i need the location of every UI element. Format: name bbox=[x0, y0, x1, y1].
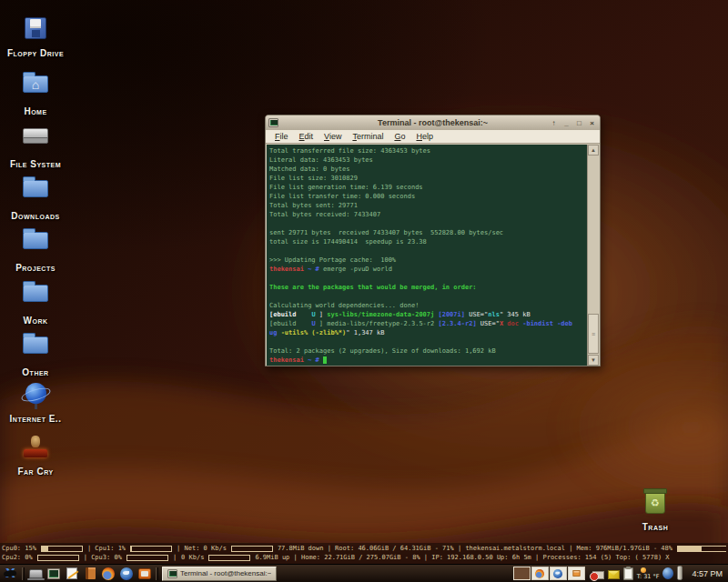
desktop-icon-internet-e-[interactable]: Internet E.. bbox=[5, 381, 66, 424]
thunderbird-icon bbox=[120, 567, 133, 580]
terminal-line: thekensai ~ # bbox=[269, 356, 584, 365]
maximize-button[interactable]: □ bbox=[574, 118, 584, 128]
mail-icon[interactable] bbox=[608, 570, 620, 579]
terminal-body[interactable]: Total transferred file size: 4363453 byt… bbox=[267, 145, 599, 366]
sensor-icon[interactable] bbox=[677, 566, 682, 580]
terminal-scrollbar[interactable]: ▲ ≡ ▼ bbox=[587, 145, 599, 366]
terminal-output: Total transferred file size: 4363453 byt… bbox=[267, 145, 587, 366]
folder-icon bbox=[21, 336, 50, 366]
terminal-line: [ebuild U ] sys-libs/timezone-data-2007j… bbox=[269, 310, 584, 319]
desktop-icon-file-system[interactable]: File System bbox=[5, 119, 66, 169]
file-system-drive-icon bbox=[21, 128, 50, 157]
terminal-launcher[interactable] bbox=[45, 566, 63, 582]
minimize-button[interactable]: _ bbox=[561, 118, 571, 128]
clipboard-manager-icon[interactable] bbox=[623, 567, 633, 580]
terminal-line: >>> Updating Portage cache: 100% bbox=[269, 256, 584, 265]
menu-item-edit[interactable]: Edit bbox=[294, 132, 319, 141]
workspace-pager bbox=[513, 567, 585, 580]
desktop-icon-far-cry[interactable]: Far Cry bbox=[5, 433, 66, 477]
terminal-menubar: FileEditViewTerminalGoHelp bbox=[266, 130, 600, 144]
globe-icon bbox=[25, 383, 46, 404]
vmware-icon bbox=[138, 568, 151, 579]
terminal-line: These are the packages that would be mer… bbox=[269, 283, 584, 292]
taskbar-window-label: Terminal - root@thekensai:~ bbox=[180, 569, 271, 577]
menu-item-go[interactable]: Go bbox=[389, 132, 410, 141]
mail-notifier-icon[interactable] bbox=[592, 571, 604, 579]
terminal-titlebar[interactable]: Terminal - root@thekensai:~ ↑_□× bbox=[266, 115, 600, 130]
menu-item-file[interactable]: File bbox=[269, 132, 294, 141]
statusbar-text: Cpu2: 0% bbox=[2, 554, 33, 561]
menu-item-view[interactable]: View bbox=[318, 132, 347, 141]
trash-icon bbox=[645, 491, 665, 514]
terminal-window: Terminal - root@thekensai:~ ↑_□× FileEdi… bbox=[265, 115, 601, 366]
statusbar-text: | Cpu3: 0% bbox=[84, 554, 122, 561]
text-editor-launcher[interactable] bbox=[63, 566, 81, 582]
terminal-line: Literal data: 4363453 bytes bbox=[269, 156, 584, 165]
thunderbird-launcher[interactable] bbox=[117, 566, 136, 582]
firefox-launcher[interactable] bbox=[99, 566, 117, 582]
farcry-game-icon bbox=[21, 436, 50, 465]
scrollbar-down-icon[interactable]: ▼ bbox=[588, 355, 599, 366]
folder-icon bbox=[23, 180, 48, 197]
shade-button[interactable]: ↑ bbox=[549, 118, 559, 128]
terminal-line: File list generation time: 6.139 seconds bbox=[269, 183, 584, 192]
home-folder-icon bbox=[23, 75, 48, 93]
address-book-launcher[interactable] bbox=[81, 566, 99, 582]
scrollbar-thumb[interactable]: ≡ bbox=[588, 314, 599, 354]
statusbar-text: | bbox=[173, 554, 177, 561]
globe-icon bbox=[21, 383, 50, 412]
folder-icon bbox=[23, 232, 48, 249]
taskbar-window-button[interactable]: Terminal - root@thekensai:~ bbox=[162, 567, 277, 581]
terminal-icon bbox=[47, 568, 60, 579]
workspace-1[interactable] bbox=[513, 567, 531, 580]
clock: 4:57 PM bbox=[688, 569, 726, 578]
blue-orb-icon[interactable] bbox=[662, 567, 673, 579]
terminal-line: [ebuild U ] media-libs/freetype-2.3.5-r2… bbox=[269, 319, 584, 328]
terminal-icon bbox=[167, 569, 177, 578]
home-folder-icon bbox=[21, 75, 50, 105]
applications-menu-button[interactable] bbox=[2, 566, 20, 582]
workspace-4[interactable] bbox=[568, 567, 585, 580]
terminal-line: Total transferred file size: 4363453 byt… bbox=[269, 146, 584, 156]
scrollbar-up-icon[interactable]: ▲ bbox=[588, 145, 599, 156]
file-system-drive-icon bbox=[23, 128, 48, 139]
weather-applet[interactable]: T: 31 °F bbox=[637, 567, 660, 580]
terminal-line: File list size: 3010829 bbox=[269, 174, 584, 183]
desktop-icon-label: Home bbox=[5, 106, 66, 116]
workspace-2-icon bbox=[535, 568, 544, 577]
desktop-icon-work[interactable]: Work bbox=[5, 276, 66, 326]
workspace-3[interactable] bbox=[550, 567, 567, 580]
desktop-icon-other[interactable]: Other bbox=[5, 328, 66, 377]
meter-fill bbox=[678, 547, 702, 551]
file-manager-launcher[interactable] bbox=[26, 566, 45, 582]
desktop-icon-trash[interactable]: Trash bbox=[625, 489, 685, 532]
terminal-line bbox=[269, 246, 584, 256]
floppy-drive-icon bbox=[21, 17, 50, 46]
close-button[interactable]: × bbox=[587, 118, 597, 128]
terminal-line bbox=[269, 337, 584, 346]
taskbar: Terminal - root@thekensai:~ T: 31 °F 4:5… bbox=[0, 564, 728, 582]
vmware-launcher[interactable] bbox=[136, 566, 154, 582]
desktop-icon-floppy-drive[interactable]: Floppy Drive bbox=[5, 15, 66, 58]
desktop-icon-label: Floppy Drive bbox=[5, 48, 66, 58]
workspace-2[interactable] bbox=[531, 567, 549, 580]
window-buttons: ↑_□× bbox=[549, 118, 597, 128]
editor-icon bbox=[66, 567, 77, 579]
menu-item-help[interactable]: Help bbox=[410, 132, 439, 141]
desktop-icon-home[interactable]: Home bbox=[5, 67, 66, 116]
desktop-icon-projects[interactable]: Projects bbox=[5, 224, 66, 273]
menu-item-terminal[interactable]: Terminal bbox=[347, 132, 389, 141]
meter-bar bbox=[130, 546, 172, 552]
desktop-icon-label: Far Cry bbox=[5, 467, 66, 477]
system-tray: T: 31 °F bbox=[592, 566, 683, 581]
meter-bar bbox=[231, 546, 273, 552]
statusbar-text: | Cpu1: 1% bbox=[87, 545, 126, 552]
folder-icon bbox=[21, 180, 50, 209]
statusbar-text: 77.8MiB down | Root: 46.06GiB / 64.31GiB… bbox=[278, 545, 672, 552]
meter-bar bbox=[41, 546, 83, 552]
terminal-line: Total: 2 packages (2 upgrades), Size of … bbox=[269, 346, 584, 356]
desktop-icon-label: Projects bbox=[5, 263, 66, 273]
x-dog-icon bbox=[3, 567, 19, 581]
desktop-icon-downloads[interactable]: Downloads bbox=[5, 172, 66, 221]
terminal-line: Total bytes received: 7433407 bbox=[269, 210, 584, 219]
